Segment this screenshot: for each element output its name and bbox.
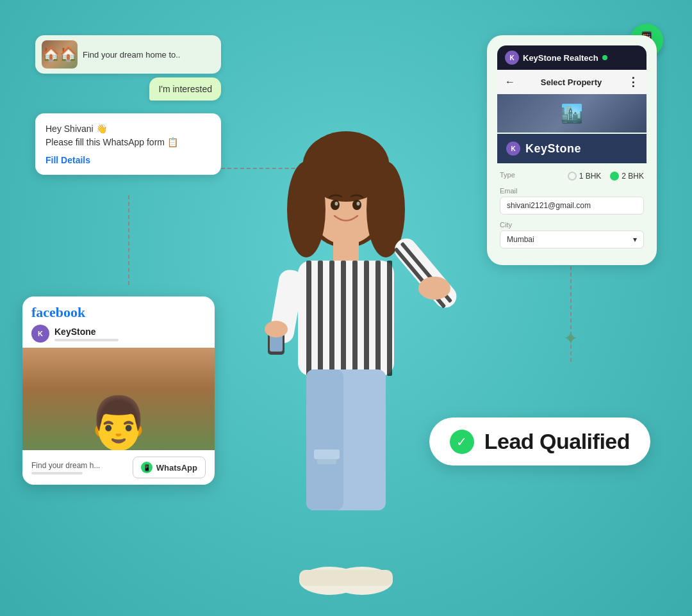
form-fields: Type 1 BHK 2 BHK Email: [497, 171, 647, 248]
svg-rect-12: [364, 261, 369, 376]
wa-form-header: K KeyStone Realtech: [497, 45, 647, 70]
chat-image-text: Find your dream home to..: [83, 50, 180, 60]
svg-point-31: [331, 200, 340, 210]
facebook-logo: facebook: [31, 304, 206, 321]
fb-footer: Find your dream h... 📱 WhatsApp: [22, 450, 215, 485]
email-input[interactable]: shivani2121@gmail.com: [500, 197, 644, 215]
radio-1bhk-label: 1 BHK: [579, 172, 602, 181]
svg-rect-14: [387, 261, 392, 376]
svg-rect-8: [318, 261, 323, 376]
wa-header-name: KeyStone Realtech: [523, 53, 598, 63]
svg-rect-26: [317, 459, 336, 464]
fb-whatsapp-button[interactable]: 📱 WhatsApp: [133, 457, 206, 478]
sparkle-icon: ✦: [563, 328, 578, 349]
svg-rect-5: [333, 241, 359, 264]
wa-nav-menu[interactable]: ⋮: [627, 75, 639, 89]
facebook-card: facebook K KeyStone 👨 Find your dream h.…: [22, 296, 215, 485]
person-svg: [211, 91, 481, 616]
email-value: shivani2121@gmail.com: [507, 201, 591, 210]
building-banner: 🏙️: [497, 94, 647, 133]
svg-point-32: [352, 200, 361, 210]
chat-interested-bubble: I'm interested: [149, 77, 221, 101]
fb-page-bar: [54, 339, 119, 341]
type-row: Type 1 BHK 2 BHK: [500, 171, 644, 181]
keystone-brand-text: KeyStone: [525, 142, 581, 156]
city-select[interactable]: Mumbai ▾: [500, 231, 644, 248]
email-row: Email shivani2121@gmail.com: [500, 187, 644, 215]
svg-point-22: [418, 277, 450, 300]
svg-point-21: [265, 321, 288, 337]
fb-image: 👨: [22, 348, 215, 450]
fb-person-icon: 👨: [86, 393, 151, 450]
chat-message-bubble: Hey Shivani 👋 Please fill this WhatsApp …: [35, 113, 221, 175]
whatsapp-form: K KeyStone Realtech ← Select Property ⋮ …: [487, 35, 657, 265]
svg-rect-9: [329, 261, 334, 376]
chevron-down-icon: ▾: [633, 235, 637, 244]
svg-point-33: [335, 202, 338, 206]
checkmark-icon: ✓: [456, 434, 467, 450]
email-label: Email: [500, 187, 644, 195]
radio-circle-1bhk: [568, 172, 577, 181]
fb-footer-bar: [31, 472, 83, 474]
svg-rect-10: [341, 261, 346, 376]
dashed-line-vertical-left: [128, 195, 129, 285]
lead-qualified-text: Lead Qualified: [484, 429, 630, 454]
chat-interested-text: I'm interested: [158, 84, 212, 94]
wa-nav-back[interactable]: ←: [505, 76, 515, 88]
wa-nav-title: Select Property: [541, 77, 602, 87]
svg-rect-7: [306, 261, 311, 376]
svg-rect-13: [375, 261, 381, 376]
city-value: Mumbai: [507, 235, 534, 244]
radio-circle-2bhk: [610, 172, 619, 181]
city-label: City: [500, 221, 644, 229]
radio-1bhk[interactable]: 1 BHK: [568, 172, 602, 181]
type-label: Type: [500, 171, 515, 179]
city-row: City Mumbai ▾: [500, 221, 644, 248]
keystone-brand-logo: K: [506, 142, 520, 156]
fb-page-icon: K: [31, 325, 49, 343]
chat-image-bubble: 🏠 Find your dream home to..: [35, 35, 221, 74]
fb-whatsapp-btn-label: WhatsApp: [156, 463, 197, 473]
svg-rect-25: [314, 450, 340, 459]
wa-btn-icon: 📱: [141, 462, 152, 473]
keystone-logo-header: K: [505, 51, 519, 65]
keystone-banner: K KeyStone: [497, 134, 647, 163]
fill-details-link[interactable]: Fill Details: [45, 155, 90, 165]
radio-2bhk[interactable]: 2 BHK: [610, 172, 644, 181]
lead-qualified-badge: ✓ Lead Qualified: [429, 417, 650, 466]
chat-area: 🏠 Find your dream home to.. I'm interest…: [35, 35, 221, 175]
radio-group: 1 BHK 2 BHK: [568, 172, 644, 181]
fb-page-row: K KeyStone: [31, 325, 206, 343]
svg-point-34: [357, 202, 360, 206]
svg-rect-24: [306, 369, 343, 510]
fb-page-name: KeyStone: [54, 327, 119, 337]
lead-qualified-check-icon: ✓: [450, 430, 474, 454]
radio-2bhk-label: 2 BHK: [622, 172, 644, 181]
chat-hey-text: Hey Shivani 👋 Please fill this WhatsApp …: [45, 122, 211, 149]
whatsapp-form-container: 📱 K KeyStone Realtech ← Select Property …: [487, 35, 657, 265]
fb-footer-text: Find your dream h...: [31, 461, 100, 470]
wa-nav-bar: ← Select Property ⋮: [497, 70, 647, 94]
fb-header: facebook K KeyStone: [22, 296, 215, 348]
verified-dot: [602, 55, 607, 60]
chat-thumbnail: 🏠: [42, 40, 78, 69]
svg-point-4: [302, 131, 390, 202]
svg-rect-30: [331, 570, 393, 586]
person-image: [211, 91, 481, 616]
svg-rect-11: [352, 261, 358, 376]
